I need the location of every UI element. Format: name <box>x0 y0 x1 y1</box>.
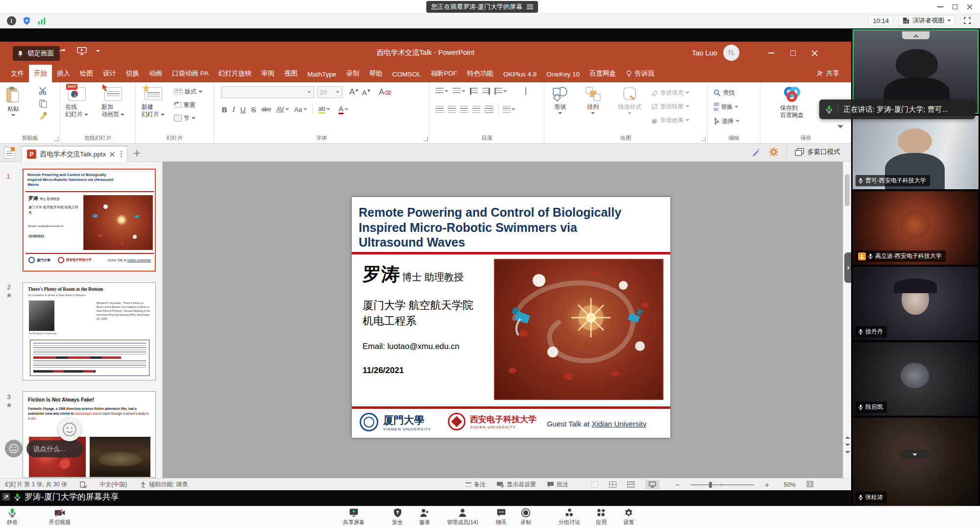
tab-review[interactable]: 审阅 <box>256 65 279 82</box>
camera-button[interactable]: 开启视频 <box>49 508 71 526</box>
slideshow-view-icon[interactable] <box>645 480 660 489</box>
magic-wand-icon[interactable] <box>751 147 761 157</box>
manage-members-button[interactable]: 管理成员(14) <box>447 508 478 526</box>
language-status[interactable]: 中文(中国) <box>99 480 127 489</box>
scroll-videos-down-button[interactable] <box>900 450 930 459</box>
tab-draw[interactable]: 绘图 <box>75 65 98 82</box>
video-participant[interactable]: 徐丹丹 <box>853 267 979 340</box>
banner-menu-icon[interactable] <box>527 6 533 7</box>
ppt-scrollbar[interactable] <box>843 162 851 478</box>
align-right-icon[interactable] <box>460 106 468 113</box>
reaction-avatar[interactable] <box>58 418 81 441</box>
tab-design[interactable]: 设计 <box>98 65 121 82</box>
font-size-combobox[interactable]: 20 <box>317 86 343 98</box>
tab-share[interactable]: 共享 <box>811 65 844 82</box>
close-button[interactable] <box>962 1 977 12</box>
shape-fill-button[interactable]: 形状填充 <box>651 87 689 98</box>
change-case-button[interactable]: Aa <box>294 106 307 113</box>
collapse-ribbon-button[interactable] <box>837 128 843 137</box>
tab-view[interactable]: 视图 <box>279 65 302 82</box>
fit-slide-button[interactable] <box>807 481 813 489</box>
multi-window-mode-button[interactable]: 多窗口模式 <box>795 148 841 156</box>
clipboard-dialog-launcher[interactable] <box>54 137 58 141</box>
copy-icon[interactable] <box>39 99 48 108</box>
tab-tell-me[interactable]: 告诉我 <box>621 65 660 82</box>
comments-button[interactable]: 批注 <box>547 480 568 489</box>
reset-button[interactable]: 重置 <box>174 100 202 110</box>
restore-button[interactable] <box>948 1 962 12</box>
replace-button[interactable]: abac替换 <box>713 101 739 112</box>
select-button[interactable]: 选择 <box>713 116 739 126</box>
tab-home[interactable]: 开始 <box>29 65 52 82</box>
lock-screen-button[interactable]: 锁定画面 <box>13 46 60 61</box>
tab-comsol[interactable]: COMSOL <box>388 66 426 82</box>
increase-indent-icon[interactable] <box>482 88 490 95</box>
breakout-rooms-button[interactable]: 分组讨论 <box>559 508 580 526</box>
scrollbar-thumb[interactable] <box>845 175 850 206</box>
chat-button[interactable]: 聊天 <box>496 508 507 526</box>
video-participant[interactable]: 张桂涛 <box>853 418 979 506</box>
bullets-button[interactable] <box>436 88 448 95</box>
slide-1-thumbnail[interactable]: Remote Powering and Control of Biologica… <box>23 169 156 272</box>
slide-counter[interactable]: 幻灯片 第 1 张, 共 30 张 <box>5 480 67 489</box>
video-participant[interactable]: 段启凯 <box>853 342 979 416</box>
shape-effects-button[interactable]: 形状效果 <box>651 115 689 125</box>
accessibility-status[interactable]: 辅助功能: 调查 <box>140 480 188 489</box>
zoom-out-button[interactable]: − <box>675 480 680 489</box>
quick-chat-input[interactable]: 说点什么... <box>26 440 83 457</box>
slide-3-thumbnail[interactable]: Fiction Is Not Always Fake! Fantastic Vo… <box>23 391 156 478</box>
new-tab-button[interactable] <box>131 148 142 158</box>
network-signal-icon[interactable] <box>37 16 47 25</box>
increase-font-icon[interactable]: A▲ <box>349 87 359 97</box>
fullscreen-button[interactable] <box>960 15 974 26</box>
close-tab-icon[interactable] <box>110 152 115 157</box>
paste-button[interactable]: 粘贴 <box>6 86 21 116</box>
underline-button[interactable]: U <box>241 105 246 114</box>
columns-icon[interactable] <box>485 105 493 113</box>
justify-icon[interactable] <box>472 106 480 113</box>
slide-sorter-view-icon[interactable] <box>609 481 616 488</box>
ppt-minimize-button[interactable] <box>760 42 782 64</box>
strikethrough-button[interactable]: S <box>251 105 256 114</box>
italic-button[interactable]: I <box>233 105 235 114</box>
font-color-button[interactable]: A <box>339 104 348 114</box>
sidebar-collapse-handle[interactable] <box>844 252 851 283</box>
text-shadow-button[interactable]: abe <box>261 106 271 113</box>
normal-view-icon[interactable] <box>591 481 598 488</box>
tab-help[interactable]: 帮助 <box>365 65 388 82</box>
shape-outline-button[interactable]: 形状轮廓 <box>651 101 689 112</box>
xidian-link[interactable]: Xidian University <box>591 420 646 428</box>
align-left-icon[interactable] <box>436 106 443 113</box>
ppt-restore-button[interactable] <box>782 42 804 64</box>
apps-button[interactable]: 应用 <box>596 508 607 526</box>
bold-button[interactable]: B <box>222 105 227 114</box>
next-slide-button[interactable] <box>845 444 850 446</box>
minimize-button[interactable] <box>933 1 948 12</box>
quick-styles-button[interactable]: 快速样式 <box>618 86 641 114</box>
security-button[interactable]: 安全 <box>392 508 403 526</box>
account-name[interactable]: Tao Luo <box>692 49 717 57</box>
decrease-font-icon[interactable]: A▼ <box>362 88 371 97</box>
decrease-indent-icon[interactable] <box>470 88 478 95</box>
tab-onekey[interactable]: OneKey 10 <box>541 66 585 82</box>
section-button[interactable]: 节 <box>174 113 202 124</box>
online-slides-button[interactable]: HOT 在线幻灯片 <box>65 85 88 118</box>
invite-button[interactable]: 邀请 <box>419 508 430 526</box>
new-document-icon[interactable] <box>4 147 15 159</box>
line-spacing-button[interactable] <box>494 88 507 95</box>
collapse-videos-button[interactable] <box>902 31 930 39</box>
tab-slideshow[interactable]: 幻灯片放映 <box>214 65 257 82</box>
display-settings-button[interactable]: 显示器设置 <box>496 480 536 489</box>
security-shield-icon[interactable] <box>22 16 31 25</box>
tab-foxit-pdf[interactable]: 福昕PDF <box>426 65 462 82</box>
spellcheck-icon[interactable] <box>80 481 87 488</box>
tab-baidu-netdisk[interactable]: 百度网盘 <box>585 65 621 82</box>
drawing-dialog-launcher[interactable] <box>701 137 706 141</box>
record-button[interactable]: 录制 <box>520 508 531 526</box>
notes-toggle[interactable]: 备注 <box>466 480 486 489</box>
tab-special-features[interactable]: 特色功能 <box>462 65 498 82</box>
shapes-button[interactable]: 形状 <box>551 86 569 114</box>
tab-pocket-animation[interactable]: 口袋动画 PA <box>167 65 214 82</box>
settings-button[interactable]: 设置 <box>623 508 634 526</box>
current-slide[interactable]: Remote Powering and Control of Biologica… <box>352 197 670 438</box>
